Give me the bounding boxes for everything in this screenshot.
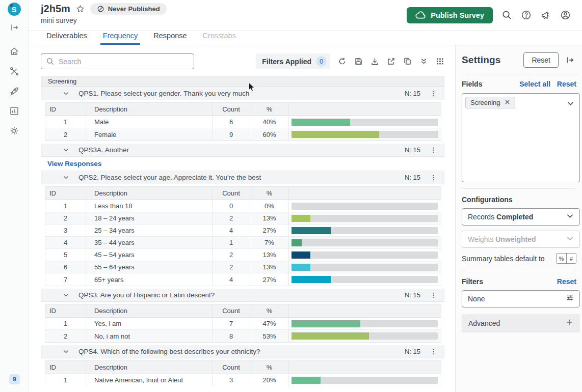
help-icon[interactable] (521, 10, 532, 20)
row-id: 2 (45, 212, 86, 224)
kebab-menu-icon[interactable] (430, 348, 437, 355)
collapse-all-icon[interactable] (419, 57, 428, 66)
question-header[interactable]: QPS3A. Another N: 15 (41, 144, 444, 157)
reports-icon[interactable] (7, 104, 21, 118)
bar-fill (292, 239, 302, 246)
toggle-number-button[interactable]: # (566, 254, 576, 263)
chevron-down-icon[interactable] (63, 174, 69, 181)
copy-icon[interactable] (403, 57, 412, 66)
n-count: N: 15 (405, 90, 420, 97)
account-icon[interactable] (560, 10, 571, 20)
bar-fill (292, 251, 310, 259)
row-description: 25 – 34 years (86, 225, 213, 236)
row-id: 6 (45, 261, 86, 273)
kebab-menu-icon[interactable] (430, 90, 437, 97)
row-pct: 13% (250, 261, 289, 273)
settings-reset-button[interactable]: Reset (523, 52, 559, 68)
announcements-icon[interactable] (540, 10, 551, 20)
fields-multiselect[interactable]: Screening (462, 93, 580, 182)
app-logo-icon[interactable]: S (8, 3, 21, 16)
question-header[interactable]: QPS3. Are you of Hispanic or Latin desce… (41, 289, 444, 302)
fields-reset-link[interactable]: Reset (557, 80, 576, 88)
row-id: 2 (45, 330, 86, 342)
row-bar (289, 237, 441, 248)
question-title: QPS3. Are you of Hispanic or Latin desce… (78, 291, 405, 299)
chevron-down-icon[interactable] (63, 147, 69, 153)
publish-survey-button[interactable]: Publish Survey (407, 7, 493, 23)
row-pct: 27% (250, 273, 289, 286)
bar-fill (292, 276, 331, 283)
header-left: j2h5m Never Published mini survey (29, 0, 167, 30)
col-pct: % (250, 361, 289, 374)
question-header[interactable]: QPS1. Please select your gender. Thank y… (41, 87, 444, 100)
advanced-section-toggle[interactable]: Advanced (462, 314, 580, 332)
chevron-down-icon[interactable] (567, 100, 574, 109)
main-area: Filters Applied 0 (29, 45, 455, 386)
table-row: 7 65+ years 4 27% (45, 273, 441, 286)
records-select[interactable]: Records Completed (462, 208, 580, 226)
download-icon[interactable] (371, 57, 379, 66)
favorite-star-icon[interactable] (76, 5, 85, 13)
n-count: N: 15 (405, 291, 420, 299)
question-title: QPS3A. Another (78, 146, 405, 154)
kebab-menu-icon[interactable] (430, 147, 437, 154)
search-icon[interactable] (501, 10, 512, 20)
view-responses-link[interactable]: View Responses (47, 160, 101, 167)
home-icon[interactable] (7, 44, 21, 59)
col-bar (289, 304, 441, 317)
tools-icon[interactable] (7, 64, 21, 78)
question-header[interactable]: QPS2. Please select your age. Appreciate… (41, 171, 444, 184)
save-icon[interactable] (354, 57, 363, 66)
col-count: Count (213, 361, 250, 374)
remove-tag-icon[interactable] (505, 99, 510, 106)
question-block-qps3a: QPS3A. Another N: 15 View Responses (41, 144, 444, 171)
frequency-table: ID Description Count % 1 Male 6 40% (45, 102, 441, 141)
grid-view-icon[interactable] (436, 57, 444, 66)
settings-panel: Settings Reset Fields Select all Reset S… (455, 45, 582, 392)
filters-applied-button[interactable]: Filters Applied 0 (256, 53, 330, 69)
search-input[interactable] (41, 53, 194, 69)
row-description: Less than 18 (86, 200, 213, 212)
filters-select[interactable]: None (462, 290, 580, 307)
fields-select-all-link[interactable]: Select all (519, 80, 550, 88)
table-row: 6 55 – 64 years 2 13% (45, 261, 441, 273)
rocket-icon[interactable] (7, 84, 21, 98)
section-header-screening[interactable]: Screening (41, 76, 444, 87)
gear-icon[interactable] (7, 124, 21, 138)
refresh-icon[interactable] (338, 57, 347, 66)
toggle-percent-button[interactable]: % (557, 254, 566, 263)
page-title: j2h5m (41, 3, 70, 15)
bar-fill (292, 377, 321, 384)
chevron-down-icon[interactable] (63, 292, 69, 298)
question-block-qps2: QPS2. Please select your age. Appreciate… (41, 171, 444, 286)
tab-deliverables[interactable]: Deliverables (44, 31, 90, 45)
row-description: 65+ years (86, 273, 213, 286)
table-row: 2 Female 9 60% (45, 128, 441, 141)
col-description: Description (86, 361, 213, 374)
tab-response[interactable]: Response (151, 31, 189, 45)
export-icon[interactable] (387, 57, 395, 66)
collapse-panel-icon[interactable] (565, 55, 574, 65)
tab-crosstabs[interactable]: Crosstabs (200, 31, 239, 45)
frequency-table: ID Description Count % 1 Less than 18 0 … (45, 186, 441, 286)
weights-select[interactable]: Weights Unweighted (462, 231, 580, 248)
chevron-down-icon[interactable] (63, 90, 69, 97)
kebab-menu-icon[interactable] (430, 292, 437, 299)
col-pct: % (250, 103, 289, 116)
notification-badge[interactable]: 9 (9, 374, 20, 384)
tab-frequency[interactable]: Frequency (100, 31, 141, 45)
filters-reset-link[interactable]: Reset (557, 277, 576, 286)
kebab-menu-icon[interactable] (430, 174, 437, 181)
row-count: 7 (213, 318, 250, 329)
question-header[interactable]: QPS4. Which of the following best descri… (41, 345, 444, 358)
table-row: 4 35 – 44 years 1 7% (45, 237, 441, 249)
col-description: Description (86, 103, 213, 116)
col-id: ID (45, 103, 86, 116)
col-bar (289, 187, 441, 200)
col-description: Description (86, 304, 213, 317)
col-count: Count (213, 103, 250, 116)
settings-header: Settings Reset (462, 45, 579, 74)
chevron-down-icon[interactable] (63, 348, 69, 355)
expand-sidebar-icon[interactable] (7, 20, 21, 35)
row-pct: 0% (250, 200, 289, 212)
